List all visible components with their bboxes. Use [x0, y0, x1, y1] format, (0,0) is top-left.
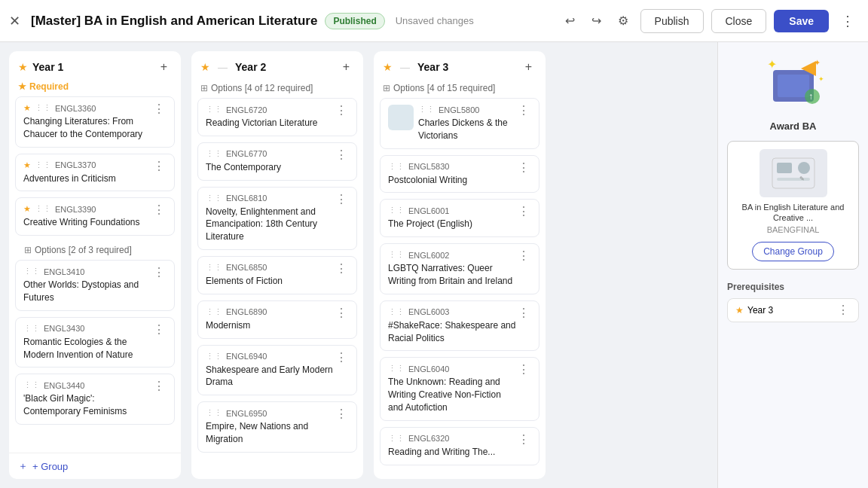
svg-text:✦: ✦: [818, 75, 824, 83]
table-row: ⋮⋮ ENGL6320 Reading and Writing The... ⋮: [380, 427, 539, 465]
settings-button[interactable]: ⚙: [613, 9, 633, 32]
svg-text:✎: ✎: [799, 175, 805, 182]
list-icon: ⋮⋮: [23, 324, 40, 334]
card-title: Postcolonial Writing: [388, 174, 467, 187]
card-menu-button[interactable]: ⋮: [334, 263, 349, 275]
publish-button[interactable]: Publish: [640, 9, 704, 33]
table-row: ⋮⋮ ENGL6720 Reading Victorian Literature…: [197, 98, 357, 136]
list-icon: ⋮⋮: [206, 194, 222, 203]
card-menu-button[interactable]: ⋮: [334, 408, 349, 420]
list-icon: ⋮⋮: [35, 160, 51, 170]
card-menu-button[interactable]: ⋮: [516, 105, 531, 117]
card-code: ENGL6770: [226, 149, 267, 158]
card-menu-button[interactable]: ⋮: [334, 194, 349, 206]
credential-card: ✎ BA in English Literature and Creative …: [727, 141, 859, 270]
year2-cards: ⋮⋮ ENGL6720 Reading Victorian Literature…: [191, 98, 363, 479]
card-title: Charles Dickens & the Victorians: [418, 117, 516, 142]
close-button[interactable]: Close: [711, 9, 767, 33]
svg-rect-9: [777, 163, 792, 173]
svg-rect-11: [777, 178, 810, 181]
card-menu-button[interactable]: ⋮: [151, 380, 167, 392]
redo-button[interactable]: ↪: [587, 9, 606, 32]
table-row: ⋮⋮ ENGL3430 Romantic Ecologies & the Mod…: [15, 317, 175, 368]
table-row: ⋮⋮ ENGL6002 LGBTQ Narratives: Queer Writ…: [380, 243, 539, 294]
add-group-button[interactable]: ＋ + Group: [9, 453, 181, 479]
year3-add-button[interactable]: +: [521, 59, 536, 75]
card-code: ENGL6040: [408, 364, 449, 374]
card-menu-button[interactable]: ⋮: [334, 307, 349, 319]
column-year2: ★ — Year 2 + ⊞ Options [4 of 12 required…: [191, 51, 363, 479]
card-menu-button[interactable]: ⋮: [334, 105, 349, 117]
plus-icon: ＋: [18, 459, 28, 473]
card-code: ENGL6890: [226, 307, 267, 316]
unsaved-changes-label: Unsaved changes: [396, 15, 474, 26]
star-icon: ★: [200, 61, 210, 73]
list-icon: ⋮⋮: [418, 105, 435, 114]
card-code: ENGL6850: [226, 263, 267, 272]
card-title: Empire, New Nations and Migration: [206, 420, 334, 446]
svg-point-10: [798, 162, 810, 174]
card-menu-button[interactable]: ⋮: [151, 267, 167, 279]
year1-add-button[interactable]: +: [156, 59, 172, 75]
card-code: ENGL5800: [439, 105, 479, 114]
table-row: ⋮⋮ ENGL6810 Novelty, Enlightenment and E…: [197, 187, 357, 250]
change-group-button[interactable]: Change Group: [752, 242, 834, 261]
table-row: ⋮⋮ ENGL3410 Other Worlds: Dystopias and …: [15, 260, 175, 311]
card-code: ENGL3360: [55, 104, 96, 113]
back-icon[interactable]: ✕: [9, 13, 20, 29]
card-title: The Unknown: Reading and Writing Creativ…: [388, 376, 516, 413]
column-year3-header: ★ — Year 3 +: [374, 51, 546, 80]
list-icon: ⋮⋮: [23, 267, 40, 276]
card-menu-button[interactable]: ⋮: [516, 434, 531, 446]
year2-add-button[interactable]: +: [338, 59, 354, 75]
card-title: Modernism: [206, 319, 267, 332]
card-code: ENGL5830: [408, 162, 449, 171]
card-title: Changing Literatures: From Chaucer to th…: [23, 115, 151, 141]
card-menu-button[interactable]: ⋮: [516, 307, 531, 319]
table-row: ⋮⋮ ENGL6770 The Contemporary ⋮: [197, 142, 357, 181]
prereq-menu-button[interactable]: ⋮: [836, 304, 851, 316]
card-title: Reading Victorian Literature: [206, 117, 318, 130]
credential-code: BAENGFINAL: [735, 225, 851, 234]
undo-button[interactable]: ↩: [561, 9, 579, 32]
card-code: ENGL3430: [44, 324, 84, 333]
table-row: ⋮⋮ ENGL6890 Modernism ⋮: [197, 300, 357, 339]
prereq-star-icon: ★: [735, 305, 744, 316]
table-row: ⋮⋮ ENGL6940 Shakespeare and Early Modern…: [197, 345, 357, 396]
card-menu-button[interactable]: ⋮: [516, 250, 531, 262]
card-menu-button[interactable]: ⋮: [151, 103, 167, 115]
card-code: ENGL6810: [226, 194, 267, 203]
year3-options-label: ⊞ Options [4 of 15 required]: [374, 80, 546, 98]
card-menu-button[interactable]: ⋮: [334, 149, 349, 161]
card-code: ENGL6950: [226, 409, 267, 418]
card-menu-button[interactable]: ⋮: [151, 204, 167, 216]
header: ✕ [Master] BA in English and American Li…: [0, 0, 868, 42]
card-title: The Project (English): [388, 218, 472, 230]
list-icon: ⋮⋮: [35, 103, 51, 113]
list-icon: ⋮⋮: [388, 364, 405, 374]
card-star-icon: ★: [23, 204, 31, 214]
year1-options-label: ⊞ Options [2 of 3 required]: [15, 242, 175, 260]
card-menu-button[interactable]: ⋮: [516, 364, 531, 376]
more-options-button[interactable]: ⋮: [836, 8, 859, 34]
column-year1: ★ Year 1 + ★ Required ★ ⋮⋮ ENGL3360: [9, 51, 181, 479]
card-menu-button[interactable]: ⋮: [516, 206, 531, 218]
card-menu-button[interactable]: ⋮: [516, 162, 531, 174]
card-menu-button[interactable]: ⋮: [151, 324, 167, 336]
list-icon: ⋮⋮: [206, 105, 222, 114]
card-title: Reading and Writing The...: [388, 446, 495, 459]
list-icon: ⋮⋮: [388, 307, 405, 317]
card-title: LGBTQ Narratives: Queer Writing from Bri…: [388, 262, 516, 288]
card-title: Other Worlds: Dystopias and Futures: [23, 279, 151, 304]
award-label: Award BA: [727, 120, 859, 132]
save-button[interactable]: Save: [774, 10, 829, 32]
card-menu-button[interactable]: ⋮: [334, 352, 349, 364]
award-section: ↑ ✦ ✦ ✦ Award BA ✎: [727, 54, 859, 270]
prerequisites-section: Prerequisites ★ Year 3 ⋮: [727, 282, 859, 322]
card-title: The Contemporary: [206, 161, 281, 174]
card-menu-button[interactable]: ⋮: [151, 160, 167, 172]
page-title: [Master] BA in English and American Lite…: [31, 14, 317, 29]
list-icon: ⋮⋮: [206, 149, 222, 159]
credential-thumbnail: ✎: [760, 149, 827, 197]
table-row: ⋮⋮ ENGL6001 The Project (English) ⋮: [380, 199, 539, 237]
